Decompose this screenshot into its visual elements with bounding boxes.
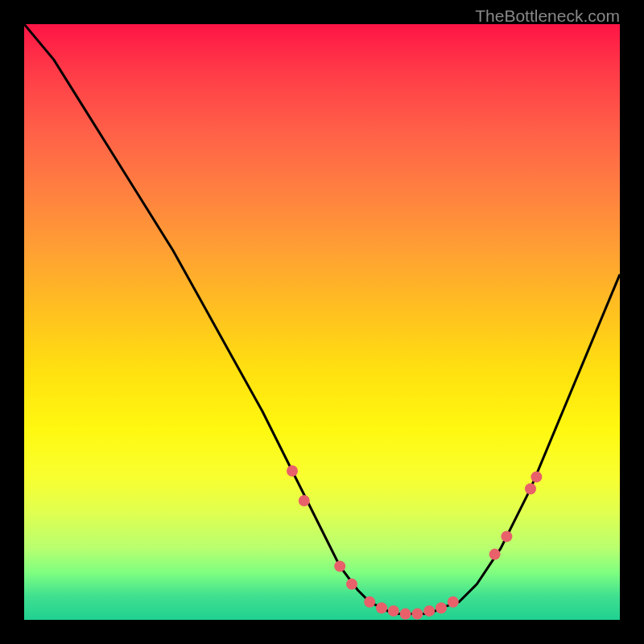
- data-marker: [376, 602, 387, 613]
- bottleneck-curve-path: [24, 24, 620, 614]
- watermark-text: TheBottleneck.com: [475, 6, 620, 26]
- chart-container: TheBottleneck.com: [0, 0, 644, 644]
- data-markers: [287, 465, 542, 620]
- data-marker: [501, 530, 512, 542]
- data-marker: [299, 495, 310, 506]
- data-marker: [388, 605, 399, 617]
- data-marker: [400, 609, 411, 620]
- data-marker: [436, 602, 447, 613]
- data-marker: [530, 471, 542, 482]
- data-marker: [423, 605, 435, 617]
- data-marker: [448, 597, 459, 608]
- data-marker: [411, 609, 423, 620]
- curve-line: [24, 24, 620, 614]
- data-marker: [525, 483, 536, 494]
- data-marker: [287, 465, 298, 477]
- data-marker: [346, 579, 357, 590]
- data-marker: [489, 549, 501, 560]
- data-marker: [334, 560, 345, 572]
- chart-svg: [24, 24, 620, 620]
- data-marker: [364, 597, 375, 608]
- chart-plot-area: [24, 24, 620, 620]
